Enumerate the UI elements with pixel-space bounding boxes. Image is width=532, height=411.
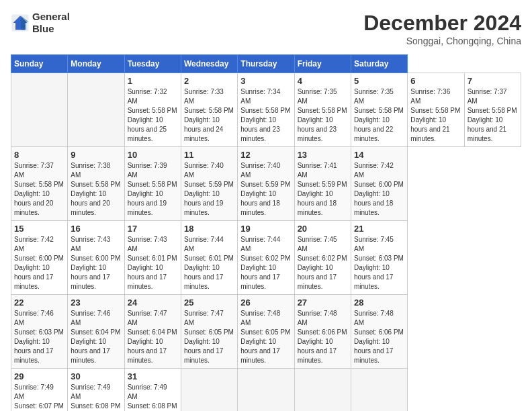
day-number: 25 — [184, 298, 234, 308]
calendar-cell: 24Sunrise: 7:47 AMSunset: 6:04 PMDayligh… — [124, 295, 181, 369]
calendar-cell: 15Sunrise: 7:42 AMSunset: 6:00 PMDayligh… — [11, 221, 68, 295]
day-info: Sunrise: 7:36 AMSunset: 5:58 PMDaylight:… — [410, 87, 461, 144]
logo-icon — [11, 13, 30, 32]
day-number: 29 — [14, 371, 64, 381]
calendar-cell: 29Sunrise: 7:49 AMSunset: 6:07 PMDayligh… — [11, 369, 68, 412]
calendar-cell: 19Sunrise: 7:44 AMSunset: 6:02 PMDayligh… — [238, 221, 294, 295]
calendar-cell: 21Sunrise: 7:45 AMSunset: 6:03 PMDayligh… — [351, 221, 407, 295]
day-number: 24 — [128, 298, 178, 308]
day-info: Sunrise: 7:45 AMSunset: 6:02 PMDaylight:… — [298, 235, 348, 291]
day-number: 6 — [410, 76, 461, 86]
calendar-week-row: 1Sunrise: 7:32 AMSunset: 5:58 PMDaylight… — [11, 73, 521, 147]
day-info: Sunrise: 7:44 AMSunset: 6:02 PMDaylight:… — [240, 235, 291, 291]
day-info: Sunrise: 7:39 AMSunset: 5:58 PMDaylight:… — [128, 161, 178, 218]
day-number: 30 — [71, 371, 121, 381]
calendar-cell: 6Sunrise: 7:36 AMSunset: 5:58 PMDaylight… — [408, 73, 464, 147]
day-info: Sunrise: 7:45 AMSunset: 6:03 PMDaylight:… — [354, 235, 404, 291]
weekday-header: Thursday — [238, 55, 294, 73]
page-header: General Blue December 2024 Songgai, Chon… — [11, 11, 521, 46]
calendar-cell: 2Sunrise: 7:33 AMSunset: 5:58 PMDaylight… — [181, 73, 237, 147]
calendar-cell — [11, 73, 68, 147]
calendar-cell: 3Sunrise: 7:34 AMSunset: 5:58 PMDaylight… — [238, 73, 294, 147]
day-info: Sunrise: 7:48 AMSunset: 6:05 PMDaylight:… — [240, 309, 291, 365]
day-number: 14 — [354, 150, 404, 160]
day-info: Sunrise: 7:49 AMSunset: 6:08 PMDaylight:… — [128, 383, 178, 411]
calendar-cell: 5Sunrise: 7:35 AMSunset: 5:58 PMDaylight… — [351, 73, 407, 147]
day-info: Sunrise: 7:38 AMSunset: 5:58 PMDaylight:… — [71, 161, 121, 218]
day-number: 5 — [354, 76, 404, 86]
weekday-header: Monday — [68, 55, 124, 73]
calendar-cell: 14Sunrise: 7:42 AMSunset: 6:00 PMDayligh… — [351, 147, 407, 221]
day-number: 8 — [14, 150, 64, 160]
weekday-header: Sunday — [11, 55, 68, 73]
calendar-week-row: 8Sunrise: 7:37 AMSunset: 5:58 PMDaylight… — [11, 147, 521, 221]
calendar-week-row: 29Sunrise: 7:49 AMSunset: 6:07 PMDayligh… — [11, 369, 521, 412]
day-number: 1 — [128, 76, 178, 86]
calendar-cell — [68, 73, 124, 147]
calendar-cell: 25Sunrise: 7:47 AMSunset: 6:05 PMDayligh… — [181, 295, 237, 369]
day-info: Sunrise: 7:46 AMSunset: 6:04 PMDaylight:… — [71, 309, 121, 365]
day-number: 11 — [184, 150, 234, 160]
calendar-cell: 12Sunrise: 7:40 AMSunset: 5:59 PMDayligh… — [238, 147, 294, 221]
day-info: Sunrise: 7:32 AMSunset: 5:58 PMDaylight:… — [128, 87, 178, 144]
day-number: 16 — [71, 224, 121, 234]
day-number: 22 — [14, 298, 64, 308]
calendar-cell: 23Sunrise: 7:46 AMSunset: 6:04 PMDayligh… — [68, 295, 124, 369]
day-info: Sunrise: 7:35 AMSunset: 5:58 PMDaylight:… — [298, 87, 348, 144]
day-info: Sunrise: 7:43 AMSunset: 6:01 PMDaylight:… — [128, 235, 178, 291]
calendar-cell — [238, 369, 294, 412]
day-number: 20 — [298, 224, 348, 234]
weekday-header: Tuesday — [124, 55, 181, 73]
day-number: 12 — [240, 150, 291, 160]
day-info: Sunrise: 7:48 AMSunset: 6:06 PMDaylight:… — [298, 309, 348, 365]
day-info: Sunrise: 7:47 AMSunset: 6:05 PMDaylight:… — [184, 309, 234, 365]
calendar-cell: 17Sunrise: 7:43 AMSunset: 6:01 PMDayligh… — [124, 221, 181, 295]
calendar-week-row: 22Sunrise: 7:46 AMSunset: 6:03 PMDayligh… — [11, 295, 521, 369]
day-number: 28 — [354, 298, 404, 308]
day-number: 21 — [354, 224, 404, 234]
calendar-cell: 28Sunrise: 7:48 AMSunset: 6:06 PMDayligh… — [351, 295, 407, 369]
day-info: Sunrise: 7:48 AMSunset: 6:06 PMDaylight:… — [354, 309, 404, 365]
day-info: Sunrise: 7:35 AMSunset: 5:58 PMDaylight:… — [354, 87, 404, 144]
day-number: 3 — [240, 76, 291, 86]
day-number: 15 — [14, 224, 64, 234]
calendar-cell: 22Sunrise: 7:46 AMSunset: 6:03 PMDayligh… — [11, 295, 68, 369]
logo-text: General Blue — [32, 11, 70, 35]
day-info: Sunrise: 7:49 AMSunset: 6:08 PMDaylight:… — [71, 383, 121, 411]
day-info: Sunrise: 7:46 AMSunset: 6:03 PMDaylight:… — [14, 309, 64, 365]
month-title: December 2024 — [363, 11, 521, 36]
day-number: 17 — [128, 224, 178, 234]
day-info: Sunrise: 7:41 AMSunset: 5:59 PMDaylight:… — [298, 161, 348, 218]
day-info: Sunrise: 7:37 AMSunset: 5:58 PMDaylight:… — [468, 87, 518, 144]
calendar-cell: 1Sunrise: 7:32 AMSunset: 5:58 PMDaylight… — [124, 73, 181, 147]
day-number: 2 — [184, 76, 234, 86]
day-info: Sunrise: 7:42 AMSunset: 6:00 PMDaylight:… — [14, 235, 64, 291]
calendar-cell: 9Sunrise: 7:38 AMSunset: 5:58 PMDaylight… — [68, 147, 124, 221]
day-number: 10 — [128, 150, 178, 160]
calendar-cell — [351, 369, 407, 412]
day-number: 19 — [240, 224, 291, 234]
calendar-table: SundayMondayTuesdayWednesdayThursdayFrid… — [11, 54, 521, 411]
day-info: Sunrise: 7:40 AMSunset: 5:59 PMDaylight:… — [184, 161, 234, 218]
calendar-cell: 27Sunrise: 7:48 AMSunset: 6:06 PMDayligh… — [294, 295, 351, 369]
day-number: 7 — [468, 76, 518, 86]
calendar-cell — [181, 369, 237, 412]
day-info: Sunrise: 7:37 AMSunset: 5:58 PMDaylight:… — [14, 161, 64, 218]
calendar-cell: 20Sunrise: 7:45 AMSunset: 6:02 PMDayligh… — [294, 221, 351, 295]
weekday-header: Saturday — [351, 55, 407, 73]
day-number: 23 — [71, 298, 121, 308]
title-block: December 2024 Songgai, Chongqing, China — [363, 11, 521, 46]
calendar-cell: 31Sunrise: 7:49 AMSunset: 6:08 PMDayligh… — [124, 369, 181, 412]
day-number: 13 — [298, 150, 348, 160]
calendar-cell: 26Sunrise: 7:48 AMSunset: 6:05 PMDayligh… — [238, 295, 294, 369]
day-info: Sunrise: 7:34 AMSunset: 5:58 PMDaylight:… — [240, 87, 291, 144]
calendar-cell: 30Sunrise: 7:49 AMSunset: 6:08 PMDayligh… — [68, 369, 124, 412]
calendar-cell: 4Sunrise: 7:35 AMSunset: 5:58 PMDaylight… — [294, 73, 351, 147]
day-number: 18 — [184, 224, 234, 234]
calendar-cell: 10Sunrise: 7:39 AMSunset: 5:58 PMDayligh… — [124, 147, 181, 221]
day-number: 31 — [128, 371, 178, 381]
weekday-header: Friday — [294, 55, 351, 73]
calendar-week-row: 15Sunrise: 7:42 AMSunset: 6:00 PMDayligh… — [11, 221, 521, 295]
calendar-cell: 8Sunrise: 7:37 AMSunset: 5:58 PMDaylight… — [11, 147, 68, 221]
day-number: 9 — [71, 150, 121, 160]
